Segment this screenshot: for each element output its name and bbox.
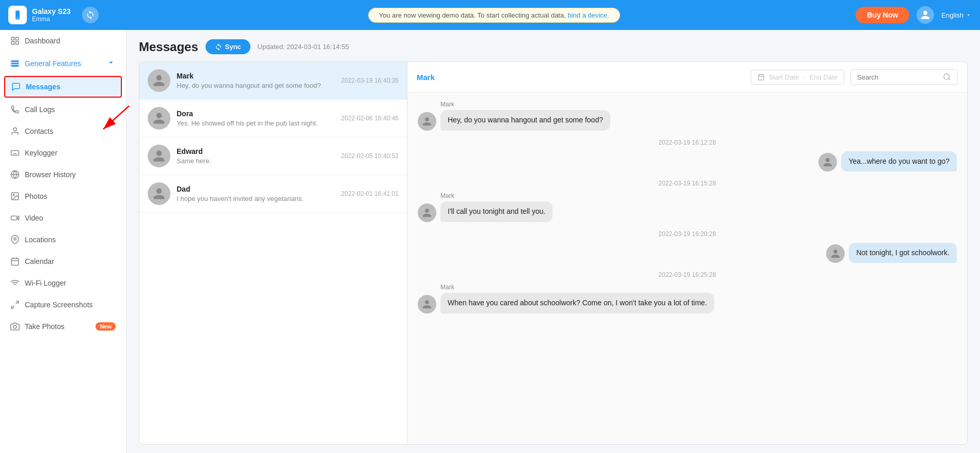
sidebar: Dashboard General Features Messages Call…: [0, 30, 127, 453]
search-filter[interactable]: [850, 69, 958, 85]
sidebar-item-keylogger[interactable]: Keylogger: [0, 142, 126, 164]
msg-timestamp: 2022-03-19 16:25:28: [418, 271, 957, 278]
device-info: Galaxy S23 Emma: [8, 6, 132, 24]
message-row: Mark I'll call you tonight and tell you.: [418, 192, 957, 222]
conv-preview-edward: Same here.: [177, 157, 331, 165]
sidebar-item-video[interactable]: Video: [0, 207, 126, 229]
sidebar-item-wifi-logger[interactable]: Wi-Fi Logger: [0, 272, 126, 294]
sidebar-dashboard-label: Dashboard: [25, 37, 60, 45]
message-row: Yea...where do you want to go?: [418, 151, 957, 172]
sync-label: Sync: [225, 43, 241, 51]
device-icon: [8, 6, 27, 24]
msg-avatar: [418, 112, 436, 131]
sidebar-item-call-logs[interactable]: Call Logs: [0, 99, 126, 120]
sidebar-item-messages[interactable]: Messages: [4, 76, 122, 98]
sidebar-item-capture-screenshots[interactable]: Capture Screenshots: [0, 294, 126, 316]
sidebar-item-browser-history[interactable]: Browser History: [0, 164, 126, 185]
msg-avatar: [826, 244, 845, 263]
conv-name-edward: Edward: [177, 147, 331, 155]
language-selector[interactable]: English: [941, 11, 972, 19]
new-badge: New: [96, 322, 116, 331]
date-filter[interactable]: Start Date - End Date: [751, 70, 844, 85]
svg-rect-2: [11, 37, 14, 40]
sidebar-photos-label: Photos: [25, 192, 48, 200]
conversation-item-dad[interactable]: Dad I hope you haven't invited any veget…: [139, 175, 407, 213]
demo-banner: You are now viewing demo data. To start …: [368, 8, 620, 23]
conv-preview-dad: I hope you haven't invited any vegetaria…: [177, 195, 331, 202]
msg-bubble: Not tonight, I got schoolwork.: [849, 243, 957, 263]
conv-name-dora: Dora: [177, 110, 331, 118]
svg-rect-7: [11, 63, 19, 64]
msg-sender: Mark: [440, 101, 610, 108]
conv-time-dad: 2022-02-01 16:41:01: [341, 190, 399, 197]
conversation-item-dora[interactable]: Dora Yes. He showed off his pet in the p…: [139, 100, 407, 137]
main-content: Messages Sync Updated: 2024-03-01 16:14:…: [127, 30, 980, 453]
msg-bubble: Hey, do you wanna hangout and get some f…: [440, 110, 610, 131]
sidebar-take-photos-label: Take Photos: [25, 322, 65, 331]
sidebar-locations-label: Locations: [25, 236, 56, 244]
buy-now-button[interactable]: Buy Now: [856, 7, 909, 23]
sidebar-item-contacts[interactable]: Contacts: [0, 120, 126, 142]
msg-bubble: When have you cared about schoolwork? Co…: [440, 293, 714, 314]
conv-info-edward: Edward Same here.: [177, 147, 331, 165]
sidebar-browser-history-label: Browser History: [25, 170, 76, 179]
sidebar-item-take-photos[interactable]: Take Photos New: [0, 316, 126, 337]
header-right: Buy Now English: [856, 6, 972, 24]
conversation-item-mark[interactable]: Mark Hey, do you wanna hangout and get s…: [139, 62, 407, 100]
svg-point-1: [17, 17, 18, 18]
svg-rect-8: [11, 65, 19, 66]
msg-sender: Mark: [440, 192, 552, 199]
conv-time-edward: 2022-02-05 10:40:52: [341, 152, 399, 160]
msg-content: Mark Hey, do you wanna hangout and get s…: [440, 101, 610, 131]
msg-avatar: [418, 295, 436, 314]
svg-rect-10: [11, 151, 19, 155]
svg-rect-5: [16, 42, 19, 44]
search-input[interactable]: [857, 73, 940, 81]
conv-name-mark: Mark: [177, 72, 331, 80]
sidebar-item-photos[interactable]: Photos: [0, 185, 126, 207]
page-header: Messages Sync Updated: 2024-03-01 16:14:…: [127, 30, 980, 61]
svg-rect-3: [16, 37, 19, 40]
conv-avatar-dora: [148, 107, 170, 130]
message-row: Mark When have you cared about schoolwor…: [418, 284, 957, 314]
sidebar-item-dashboard[interactable]: Dashboard: [0, 30, 126, 52]
conv-preview-dora: Yes. He showed off his pet in the pub la…: [177, 119, 331, 127]
conv-preview-mark: Hey, do you wanna hangout and get some f…: [177, 82, 331, 89]
page-title: Messages: [139, 40, 198, 54]
conv-info-dora: Dora Yes. He showed off his pet in the p…: [177, 110, 331, 127]
msg-content: Yea...where do you want to go?: [841, 151, 957, 172]
sync-button[interactable]: Sync: [206, 39, 250, 54]
user-avatar[interactable]: [916, 6, 934, 24]
updated-text: Updated: 2024-03-01 16:14:55: [258, 43, 349, 51]
svg-rect-17: [11, 258, 19, 265]
sidebar-contacts-label: Contacts: [25, 127, 53, 135]
sidebar-item-calendar[interactable]: Calendar: [0, 251, 126, 272]
bind-device-link[interactable]: bind a device.: [567, 11, 609, 19]
msg-avatar: [418, 204, 436, 222]
msg-timestamp: 2022-03-19 16:15:28: [418, 180, 957, 187]
conv-time-dora: 2022-02-06 16:40:46: [341, 115, 399, 122]
conv-info-mark: Mark Hey, do you wanna hangout and get s…: [177, 72, 331, 89]
conversation-item-edward[interactable]: Edward Same here. 2022-02-05 10:40:52: [139, 137, 407, 175]
end-date-placeholder: End Date: [810, 73, 837, 81]
conv-name-dad: Dad: [177, 185, 331, 193]
chat-header: Mark Start Date - End Date: [407, 62, 967, 92]
conv-avatar-dad: [148, 182, 170, 205]
sidebar-general-features-label: General Features: [25, 59, 81, 68]
sidebar-item-general-features[interactable]: General Features: [0, 52, 126, 75]
sidebar-messages-label: Messages: [26, 83, 60, 91]
msg-content: Not tonight, I got schoolwork.: [849, 243, 957, 263]
conv-info-dad: Dad I hope you haven't invited any veget…: [177, 185, 331, 202]
header-sync-icon[interactable]: [82, 7, 99, 23]
sidebar-capture-screenshots-label: Capture Screenshots: [25, 301, 93, 309]
sidebar-item-locations[interactable]: Locations: [0, 229, 126, 251]
msg-content: Mark I'll call you tonight and tell you.: [440, 192, 552, 222]
conv-time-mark: 2022-03-19 16:40:35: [341, 77, 399, 84]
svg-point-16: [14, 238, 17, 240]
msg-bubble: I'll call you tonight and tell you.: [440, 201, 552, 222]
app-body: Dashboard General Features Messages Call…: [0, 30, 980, 453]
msg-bubble: Yea...where do you want to go?: [841, 151, 957, 172]
chat-contact-name: Mark: [417, 73, 435, 82]
svg-rect-6: [11, 60, 19, 61]
svg-point-9: [13, 128, 17, 131]
